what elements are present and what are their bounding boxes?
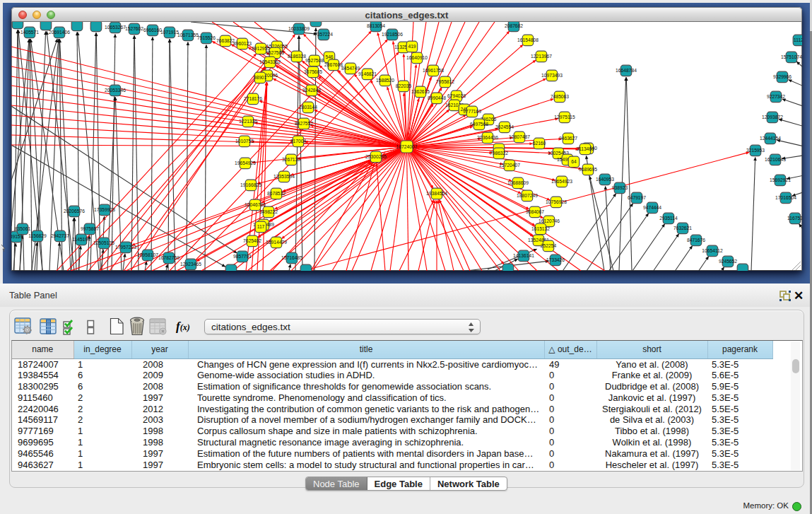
svg-text:116753: 116753	[787, 216, 802, 221]
svg-text:3498222: 3498222	[259, 209, 278, 214]
svg-text:7986322: 7986322	[490, 151, 508, 156]
svg-text:9857791: 9857791	[233, 254, 252, 259]
svg-text:16210643: 16210643	[765, 157, 786, 162]
svg-text:2942737: 2942737	[51, 233, 69, 238]
svg-text:1588520: 1588520	[376, 78, 394, 83]
svg-text:12353594: 12353594	[273, 174, 295, 179]
svg-text:6479197: 6479197	[628, 195, 646, 200]
svg-text:15692921: 15692921	[770, 177, 791, 182]
svg-text:8678532: 8678532	[267, 191, 286, 196]
svg-text:1527602: 1527602	[125, 26, 143, 31]
svg-text:8427552: 8427552	[295, 121, 313, 126]
svg-text:19166825: 19166825	[240, 182, 261, 187]
svg-text:1010755: 1010755	[235, 139, 254, 144]
svg-text:2718176: 2718176	[244, 96, 262, 101]
svg-text:1640953: 1640953	[596, 177, 614, 182]
svg-text:3624554: 3624554	[495, 124, 514, 129]
svg-text:19654925: 19654925	[235, 160, 256, 165]
svg-text:938923: 938923	[612, 185, 628, 190]
svg-text:9329966: 9329966	[773, 74, 792, 79]
svg-text:20364436: 20364436	[477, 135, 498, 140]
svg-text:19384554: 19384554	[426, 191, 447, 196]
svg-text:8186328: 8186328	[288, 54, 306, 59]
svg-text:64: 64	[571, 159, 577, 164]
svg-text:10046786: 10046786	[245, 202, 266, 207]
svg-text:3267130: 3267130	[282, 157, 300, 162]
svg-text:12444154: 12444154	[760, 136, 781, 141]
svg-text:16782759: 16782759	[158, 255, 180, 260]
svg-text:7955812: 7955812	[436, 79, 454, 84]
svg-text:10654112: 10654112	[702, 248, 723, 253]
svg-text:822035: 822035	[396, 83, 412, 88]
svg-text:9084067: 9084067	[526, 209, 544, 214]
svg-text:16648784: 16648784	[616, 68, 637, 73]
svg-text:8960123: 8960123	[233, 41, 252, 46]
svg-text:9527506: 9527506	[266, 50, 284, 55]
svg-text:12505135: 12505135	[93, 240, 114, 245]
svg-text:9227342: 9227342	[767, 94, 785, 99]
svg-text:7515526: 7515526	[197, 35, 216, 40]
svg-text:16640910: 16640910	[406, 55, 428, 60]
svg-text:6794028: 6794028	[447, 93, 466, 98]
svg-text:252254: 252254	[541, 243, 557, 248]
svg-text:8454749: 8454749	[341, 66, 360, 71]
svg-text:10958107: 10958107	[137, 252, 158, 257]
svg-text:9245652: 9245652	[719, 259, 737, 264]
svg-text:9689695: 9689695	[579, 167, 597, 172]
svg-text:10973493: 10973493	[541, 73, 563, 78]
svg-text:62160: 62160	[533, 141, 546, 146]
svg-text:3113460: 3113460	[576, 146, 594, 151]
svg-text:15720407: 15720407	[499, 163, 520, 168]
svg-text:10653267: 10653267	[105, 25, 126, 30]
svg-text:1156829: 1156829	[28, 233, 47, 238]
svg-text:98901: 98901	[254, 75, 267, 80]
svg-text:10688609: 10688609	[507, 180, 529, 185]
svg-text:9474444: 9474444	[643, 205, 661, 210]
svg-text:12923465: 12923465	[180, 262, 201, 267]
svg-text:3215953: 3215953	[746, 148, 765, 153]
svg-text:9975867: 9975867	[81, 226, 99, 231]
svg-text:1615132: 1615132	[531, 226, 550, 231]
svg-text:546: 546	[325, 54, 333, 59]
svg-text:10756928: 10756928	[546, 199, 567, 204]
svg-text:1362615: 1362615	[411, 89, 430, 94]
svg-text:10671355: 10671355	[177, 33, 199, 37]
svg-text:6966160: 6966160	[143, 28, 162, 33]
svg-text:7632621: 7632621	[673, 226, 692, 230]
svg-text:419: 419	[408, 44, 416, 49]
svg-text:1112: 1112	[794, 37, 802, 42]
svg-text:817004: 817004	[290, 139, 307, 144]
svg-text:7663822: 7663822	[216, 38, 235, 43]
svg-text:9242848: 9242848	[302, 88, 321, 93]
svg-text:16033809: 16033809	[288, 26, 310, 31]
svg-text:2803144: 2803144	[299, 105, 317, 110]
svg-text:16543362: 16543362	[259, 59, 281, 64]
svg-text:117: 117	[257, 224, 265, 229]
svg-text:7485063: 7485063	[551, 94, 569, 99]
svg-text:12975115: 12975115	[554, 115, 575, 119]
svg-text:20206576: 20206576	[64, 209, 85, 214]
svg-text:9146821: 9146821	[358, 71, 377, 76]
svg-text:16961758: 16961758	[423, 68, 444, 73]
svg-text:8813054: 8813054	[367, 23, 385, 28]
svg-text:7625402: 7625402	[243, 238, 261, 243]
svg-text:15751074: 15751074	[781, 54, 802, 59]
svg-text:10807487: 10807487	[509, 134, 530, 139]
svg-text:19218506: 19218506	[382, 32, 403, 37]
svg-text:3675685: 3675685	[304, 69, 322, 74]
svg-text:1145194: 1145194	[72, 237, 90, 242]
svg-text:2087682: 2087682	[505, 23, 523, 28]
svg-text:18807249: 18807249	[517, 193, 538, 198]
svg-text:7357224: 7357224	[314, 32, 333, 37]
svg-text:39159: 39159	[11, 234, 23, 239]
svg-text:17957223: 17957223	[115, 245, 136, 250]
svg-text:9527508: 9527508	[305, 58, 324, 63]
svg-text:835061: 835061	[15, 226, 31, 231]
svg-text:6497568: 6497568	[470, 122, 488, 127]
svg-text:9777169: 9777169	[463, 109, 481, 114]
svg-text:15716485: 15716485	[281, 255, 302, 260]
svg-text:18724007: 18724007	[396, 144, 418, 149]
svg-text:12213967: 12213967	[531, 54, 552, 59]
svg-text:14136141: 14136141	[513, 253, 534, 258]
svg-text:1221336: 1221336	[239, 119, 257, 124]
